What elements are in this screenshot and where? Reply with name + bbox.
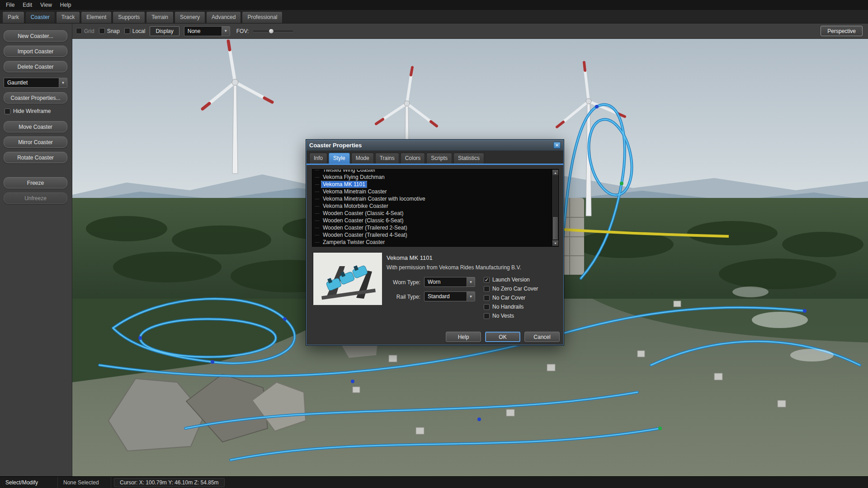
list-item[interactable]: Wooden Coaster (Classic 4-Seat)	[315, 210, 552, 217]
fov-slider-knob[interactable]	[269, 28, 274, 34]
snap-checkbox[interactable]: Snap	[99, 28, 120, 34]
no-car-cover-checkbox[interactable]: No Car Cover	[484, 295, 525, 301]
no-handrails-checkbox[interactable]: No Handrails	[484, 304, 524, 310]
viewport-toolbar: Grid Snap Local Display None ▼ FOV:	[72, 23, 868, 39]
list-item[interactable]: Wooden Coaster (Trailered 4-Seat)	[315, 231, 552, 239]
tab-element[interactable]: Element	[81, 11, 112, 23]
new-coaster-button[interactable]: New Coaster...	[4, 30, 67, 42]
move-coaster-button[interactable]: Move Coaster	[4, 121, 67, 132]
dialog-tab-mode[interactable]: Mode	[351, 153, 374, 164]
import-coaster-button[interactable]: Import Coaster	[4, 46, 67, 57]
app-window: File Edit View Help Park Coaster Track E…	[0, 0, 868, 488]
checkbox-icon[interactable]	[484, 295, 490, 301]
help-button[interactable]: Help	[446, 332, 481, 342]
status-mode: Select/Modify	[0, 477, 58, 488]
coaster-select[interactable]: Gauntlet ▼	[4, 78, 67, 88]
scroll-down-icon[interactable]: ▼	[552, 240, 559, 246]
chevron-down-icon[interactable]: ▼	[222, 27, 230, 36]
tab-track[interactable]: Track	[56, 11, 80, 23]
checkbox-icon[interactable]	[124, 28, 130, 34]
rail-type-value: Standard	[425, 292, 467, 301]
coaster-style-list[interactable]: Twisted Wing Coaster Vekoma Flying Dutch…	[312, 169, 559, 247]
tab-terrain[interactable]: Terrain	[146, 11, 174, 23]
coaster-select-value: Gauntlet	[4, 78, 59, 87]
list-item[interactable]: Wooden Coaster (Classic 6-Seat)	[315, 217, 552, 224]
ok-button[interactable]: OK	[485, 332, 520, 342]
checkbox-icon[interactable]	[484, 277, 490, 283]
rotate-coaster-button[interactable]: Rotate Coaster	[4, 152, 67, 163]
no-zero-car-cover-checkbox[interactable]: No Zero Car Cover	[484, 286, 538, 292]
tab-professional[interactable]: Professional	[242, 11, 283, 23]
snap-label: Snap	[107, 28, 120, 34]
delete-coaster-button[interactable]: Delete Coaster	[4, 61, 67, 72]
menu-view[interactable]: View	[36, 0, 56, 9]
hide-wireframe-checkbox[interactable]: Hide Wireframe	[5, 108, 67, 114]
launch-version-checkbox[interactable]: Launch Version	[484, 277, 530, 283]
freeze-button[interactable]: Freeze	[4, 177, 67, 188]
chevron-down-icon[interactable]: ▼	[467, 277, 475, 286]
checkbox-icon[interactable]	[5, 108, 10, 114]
scroll-up-icon[interactable]: ▲	[552, 169, 559, 176]
chevron-down-icon[interactable]: ▼	[59, 78, 67, 87]
dialog-tab-trains[interactable]: Trains	[375, 153, 399, 164]
style-name: Vekoma MK 1101	[387, 254, 433, 261]
worn-type-select[interactable]: Worn ▼	[424, 277, 475, 287]
coaster-preview-image	[313, 252, 382, 305]
list-item[interactable]: Vekoma Flying Dutchman	[315, 174, 552, 181]
status-bar: Select/Modify None Selected Cursor: X: 1…	[0, 476, 868, 488]
dialog-tab-statistics[interactable]: Statistics	[453, 153, 484, 164]
dialog-title-bar[interactable]: Coaster Properties ✕	[307, 140, 563, 151]
checkbox-icon[interactable]	[76, 28, 82, 34]
list-item-selected[interactable]: Vekoma MK 1101	[315, 181, 552, 188]
dialog-tab-colors[interactable]: Colors	[401, 153, 425, 164]
local-checkbox[interactable]: Local	[124, 28, 146, 34]
dialog-tab-bar: Info Style Mode Trains Colors Scripts St…	[307, 151, 563, 164]
list-item[interactable]: Zamperla Twister Coaster	[315, 239, 552, 246]
tab-advanced[interactable]: Advanced	[206, 11, 241, 23]
close-icon[interactable]: ✕	[553, 142, 561, 149]
perspective-button[interactable]: Perspective	[821, 26, 863, 36]
grid-checkbox[interactable]: Grid	[76, 28, 94, 34]
worn-type-label: Worn Type:	[384, 279, 420, 286]
list-item[interactable]: Vekoma Minetrain Coaster	[315, 188, 552, 195]
rail-type-label: Rail Type:	[384, 294, 420, 300]
local-label: Local	[132, 28, 146, 34]
list-scrollbar[interactable]: ▲ ▼	[552, 169, 558, 246]
scrollbar-thumb[interactable]	[552, 216, 558, 240]
dialog-tab-info[interactable]: Info	[309, 153, 327, 164]
display-mode-value: None	[184, 27, 222, 36]
dialog-tab-style[interactable]: Style	[329, 153, 350, 164]
checkbox-icon[interactable]	[484, 286, 490, 292]
coaster-properties-button[interactable]: Coaster Properties...	[4, 92, 67, 103]
active-tab-underline	[307, 164, 563, 165]
checkbox-icon[interactable]	[484, 313, 490, 319]
unfreeze-button[interactable]: Unfreeze	[4, 192, 67, 204]
list-item[interactable]: Vekoma Motorbike Coaster	[315, 202, 552, 210]
display-toggle-button[interactable]: Display	[150, 26, 179, 36]
cancel-button[interactable]: Cancel	[524, 332, 560, 342]
menu-bar: File Edit View Help	[0, 0, 868, 10]
fov-slider[interactable]	[253, 28, 293, 34]
dialog-title: Coaster Properties	[309, 142, 553, 149]
hide-wireframe-label: Hide Wireframe	[13, 108, 51, 114]
mirror-coaster-button[interactable]: Mirror Coaster	[4, 136, 67, 148]
menu-edit[interactable]: Edit	[19, 0, 36, 9]
tab-coaster[interactable]: Coaster	[25, 11, 55, 23]
tab-park[interactable]: Park	[2, 11, 24, 23]
list-item[interactable]: Vekoma Minetrain Coaster with locomotive	[315, 195, 552, 202]
menu-help[interactable]: Help	[56, 0, 75, 9]
display-mode-select[interactable]: None ▼	[184, 26, 230, 36]
list-item[interactable]: Twisted Wing Coaster	[315, 169, 552, 174]
chevron-down-icon[interactable]: ▼	[467, 292, 475, 301]
tab-scenery[interactable]: Scenery	[175, 11, 205, 23]
dialog-tab-scripts[interactable]: Scripts	[426, 153, 452, 164]
status-selection: None Selected	[58, 477, 111, 488]
list-item[interactable]: Wooden Coaster (Trailered 2-Seat)	[315, 224, 552, 231]
no-vests-checkbox[interactable]: No Vests	[484, 313, 514, 319]
checkbox-icon[interactable]	[484, 304, 490, 310]
checkbox-icon[interactable]	[99, 28, 105, 34]
tab-supports[interactable]: Supports	[113, 11, 145, 23]
style-list-items: Twisted Wing Coaster Vekoma Flying Dutch…	[312, 169, 552, 246]
menu-file[interactable]: File	[2, 0, 19, 9]
rail-type-select[interactable]: Standard ▼	[424, 291, 475, 301]
